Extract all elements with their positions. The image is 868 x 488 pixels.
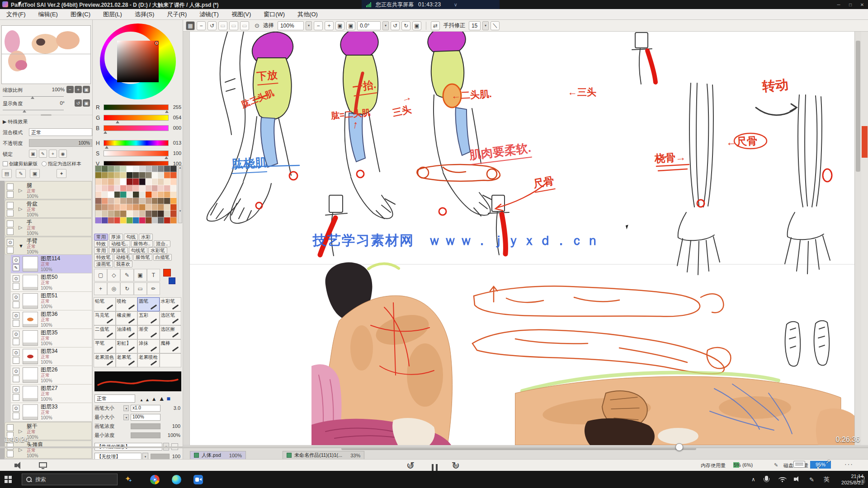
lock-pixels-icon[interactable]: ✎	[39, 150, 47, 158]
swatch[interactable]	[95, 192, 102, 198]
panel-divider[interactable]	[0, 115, 93, 115]
selection-visibility-icon[interactable]: ⊙	[255, 22, 259, 29]
layer-secondary-toggle[interactable]	[13, 394, 19, 401]
swatch[interactable]	[95, 204, 102, 211]
brush-tab-混合..[interactable]: 混合..	[154, 240, 170, 247]
zoom-fit-button[interactable]: ▣	[335, 21, 344, 30]
brush-tab-特效[interactable]: 特效	[94, 240, 108, 247]
layer-row-图层51[interactable]: ⊙图层51正常100%	[11, 292, 92, 310]
layer-row-图层114[interactable]: ⊙✎图层114正常100%	[11, 255, 92, 273]
swatch[interactable]	[158, 198, 164, 204]
layer-group-expander[interactable]: ▷	[19, 188, 22, 193]
layer-visibility-toggle[interactable]: ⊙	[13, 368, 19, 375]
slider-track-H[interactable]	[104, 140, 169, 146]
swatch[interactable]	[108, 185, 114, 192]
navigator-zoom-slider[interactable]	[3, 94, 64, 97]
vertical-scrollbar[interactable]	[854, 32, 861, 445]
swatch[interactable]	[152, 166, 158, 172]
layer-secondary-toggle[interactable]	[7, 450, 14, 457]
brush-tab-我喜欢[interactable]: 我喜欢	[114, 261, 133, 267]
zoom-out-button[interactable]: −	[314, 21, 323, 30]
history-button[interactable]: ▭	[229, 21, 238, 30]
swatch[interactable]	[114, 166, 121, 172]
swatch[interactable]	[158, 204, 164, 211]
nav-zoom-out-button[interactable]: −	[66, 86, 74, 93]
swatch[interactable]	[108, 204, 114, 211]
navigator-preview[interactable]	[1, 25, 91, 84]
swatch[interactable]	[133, 172, 139, 178]
layer-secondary-toggle[interactable]	[13, 338, 19, 345]
layer-secondary-toggle[interactable]	[13, 375, 19, 382]
swatch[interactable]	[146, 166, 152, 172]
rotate-ccw-button[interactable]: ↺	[391, 21, 400, 30]
brush-tab-服饰笔[interactable]: 服饰笔	[133, 254, 152, 261]
swatch[interactable]	[152, 198, 158, 204]
slider-track-S[interactable]	[104, 150, 169, 156]
brush-老累笔[interactable]: 老累笔	[116, 353, 138, 367]
pen-input-icon[interactable]: ✎	[809, 471, 814, 488]
rotate-tool[interactable]: ↻	[120, 282, 133, 295]
angle-dropdown[interactable]: ▾	[382, 21, 389, 30]
angle-field[interactable]: 0.0°	[357, 21, 381, 30]
layer-secondary-toggle[interactable]	[7, 228, 14, 235]
file-tab-未命名作品(11)(1)1(...[interactable]: 未命名作品(11)(1)1(...33%	[283, 451, 364, 459]
swatch[interactable]	[152, 217, 158, 224]
opacity-slider[interactable]: 100%	[29, 139, 92, 147]
brush-铅笔[interactable]: 铅笔	[94, 297, 116, 311]
swatch[interactable]	[164, 211, 170, 217]
swatch[interactable]	[108, 211, 114, 217]
swatch[interactable]	[108, 178, 114, 185]
swatch[interactable]	[95, 166, 102, 172]
swatch[interactable]	[120, 217, 127, 224]
menu-item-10[interactable]: 其他(O)	[291, 9, 324, 20]
swatch[interactable]	[152, 211, 158, 217]
zoom-in-button[interactable]: +	[325, 21, 334, 30]
swatch[interactable]	[120, 172, 127, 178]
swatch[interactable]	[133, 211, 139, 217]
swatch[interactable]	[164, 204, 170, 211]
undo-button[interactable]: −	[197, 21, 206, 30]
slider-track-G[interactable]	[104, 115, 169, 121]
min-density-slider[interactable]	[131, 432, 160, 438]
layer-row-手[interactable]: ▷手正常100%	[5, 218, 92, 236]
swatch[interactable]	[133, 178, 139, 185]
brush-tab-漫画笔[interactable]: 漫画笔	[94, 261, 113, 267]
swatch[interactable]	[95, 172, 102, 178]
swatch[interactable]	[158, 192, 164, 198]
swatch[interactable]	[152, 178, 158, 185]
brush-tab-常用[interactable]: 常用	[94, 247, 108, 254]
history-button[interactable]: ▭	[240, 21, 249, 30]
swatch[interactable]	[127, 217, 133, 224]
brush-水彩笔[interactable]: 水彩笔	[160, 297, 182, 311]
brush-选区笔[interactable]: 选区笔	[160, 311, 182, 325]
brush-tab-厚涂[interactable]: 厚涂	[109, 234, 123, 240]
swatch[interactable]	[102, 178, 108, 185]
min-size-field[interactable]: 100%	[131, 414, 160, 421]
swatch[interactable]	[133, 192, 139, 198]
swatch[interactable]	[127, 198, 133, 204]
shape-preset-icon[interactable]: ▲	[140, 398, 143, 402]
brush-彩虹】[interactable]: 彩虹】	[116, 339, 138, 353]
swatch[interactable]	[133, 185, 139, 192]
swatch[interactable]	[170, 185, 177, 192]
swatch[interactable]	[102, 204, 108, 211]
brush-老累混色[interactable]: 老累混色	[94, 353, 116, 367]
shape-preset-icon[interactable]: ▲	[145, 397, 150, 402]
text-tool[interactable]: T	[147, 269, 160, 282]
layer-visibility-toggle[interactable]: ⊙	[13, 331, 19, 338]
swatch[interactable]	[114, 204, 121, 211]
clipping-mask-checkbox[interactable]	[3, 161, 8, 166]
tray-expand-icon[interactable]: ∧	[751, 471, 755, 488]
shape-preset-icon[interactable]: ▲	[159, 395, 165, 402]
layer-visibility-toggle[interactable]: ⊙	[13, 275, 19, 282]
layer-secondary-toggle[interactable]	[13, 320, 19, 327]
layer-secondary-toggle[interactable]	[7, 247, 14, 253]
swatch[interactable]	[114, 185, 121, 192]
layer-visibility-toggle[interactable]: ⊙	[13, 294, 19, 300]
swatch[interactable]	[120, 192, 127, 198]
swatch[interactable]	[139, 172, 146, 178]
swatch[interactable]	[139, 198, 146, 204]
menu-item-5[interactable]: 选择(S)	[128, 9, 160, 20]
swatch[interactable]	[127, 192, 133, 198]
swatch[interactable]	[164, 198, 170, 204]
